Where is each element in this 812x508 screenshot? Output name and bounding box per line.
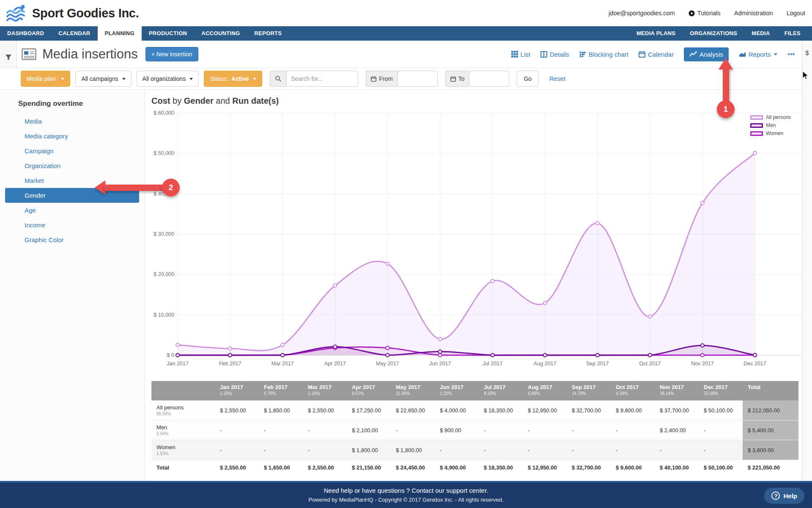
nav-accounting[interactable]: ACCOUNTING: [194, 26, 247, 41]
new-insertion-button[interactable]: + New insertion: [145, 47, 198, 61]
svg-text:Oct 2017: Oct 2017: [639, 361, 661, 367]
svg-text:$ 50,000: $ 50,000: [154, 150, 174, 156]
sidebar-item-media-category[interactable]: Media category: [0, 129, 145, 144]
reset-link[interactable]: Reset: [549, 75, 565, 82]
from-date-group: From: [366, 71, 438, 87]
support-center-link[interactable]: Contact our support center.: [411, 487, 488, 494]
top-links: jdoe@sportgoodies.com Tutorials Administ…: [609, 0, 805, 26]
dollar-icon: $: [805, 49, 809, 56]
svg-text:$ 10,000: $ 10,000: [154, 312, 174, 318]
nav-organizations[interactable]: ORGANIZATIONS: [683, 26, 744, 41]
administration-link[interactable]: Administration: [734, 10, 773, 17]
chevron-down-icon: [189, 78, 193, 80]
sidebar-item-organization[interactable]: Organization: [0, 158, 145, 173]
nav-dashboard[interactable]: DASHBOARD: [0, 26, 51, 41]
svg-text:Aug 2017: Aug 2017: [534, 361, 557, 367]
calendar-icon: [371, 76, 376, 82]
table-total-row: Total$ 2,550.00$ 1,650.00$ 2,550.00$ 21,…: [151, 460, 798, 475]
view-list[interactable]: List: [511, 51, 530, 58]
brand[interactable]: Sport Goodies Inc.: [6, 4, 139, 22]
nav-production[interactable]: PRODUCTION: [142, 26, 194, 41]
svg-text:$ 60,000: $ 60,000: [154, 110, 174, 116]
sidebar-item-market[interactable]: Market: [0, 173, 145, 188]
svg-text:Nov 2017: Nov 2017: [691, 361, 714, 367]
organizations-dropdown[interactable]: All organizations: [137, 71, 199, 87]
chevron-down-icon: [253, 78, 256, 80]
svg-text:Dec 2017: Dec 2017: [743, 361, 766, 367]
to-date-input[interactable]: [469, 71, 509, 87]
nav-right: MEDIA PLANS ORGANIZATIONS MEDIA FILES: [629, 26, 808, 41]
chart-legend: All persons Men Women: [750, 114, 799, 138]
sidebar-item-gender[interactable]: Gender: [5, 188, 139, 203]
nav-planning[interactable]: PLANNING: [98, 26, 142, 41]
cost-chart-container: Jan 2017Feb 2017Mar 2017Apr 2017May 2017…: [151, 108, 802, 374]
tutorials-link[interactable]: Tutorials: [689, 10, 721, 17]
search-icon: [275, 75, 282, 82]
nav-calendar[interactable]: CALENDAR: [51, 26, 97, 41]
sidebar-item-media[interactable]: Media: [0, 114, 145, 129]
main-nav: DASHBOARD CALENDAR PLANNING PRODUCTION A…: [0, 26, 812, 41]
table-header-row: Jan 20171.15%Feb 20170.75%Mar 20171.15%A…: [151, 381, 798, 400]
nav-files[interactable]: FILES: [777, 26, 808, 41]
to-label: To: [458, 75, 465, 82]
chart-title: Cost by Gender and Run date(s): [151, 96, 812, 106]
page-header: Media insertions + New insertion List De…: [0, 41, 812, 68]
logout-link[interactable]: Logout: [787, 10, 805, 17]
sidebar: Spending overtime Media Media category C…: [0, 90, 145, 481]
svg-text:Mar 2017: Mar 2017: [272, 361, 294, 367]
table-col-header: May 201711.06%: [391, 381, 435, 400]
blocking-chart-icon: [579, 51, 586, 58]
table-row: All persons95.93%$ 2,550.00$ 1,650.00$ 2…: [151, 400, 798, 420]
svg-text:$ 30,000: $ 30,000: [154, 231, 174, 237]
more-options-button[interactable]: •••: [787, 51, 795, 58]
nav-media-plans[interactable]: MEDIA PLANS: [629, 26, 683, 41]
sidebar-item-campaign[interactable]: Campaign: [0, 144, 145, 158]
table-col-header: Dec 201722.66%: [699, 381, 743, 400]
legend-item-women: Women: [750, 130, 799, 136]
svg-text:Apr 2017: Apr 2017: [324, 361, 346, 367]
search-group: [270, 71, 358, 87]
svg-text:Jun 2017: Jun 2017: [429, 361, 451, 367]
main-panel: Cost by Gender and Run date(s) Jan 2017F…: [145, 90, 812, 481]
svg-text:$ 0: $ 0: [167, 352, 174, 358]
go-button[interactable]: Go: [517, 71, 538, 87]
campaigns-dropdown[interactable]: All campaigns: [75, 71, 131, 87]
svg-text:$ 20,000: $ 20,000: [154, 271, 174, 277]
help-button[interactable]: ? Help: [764, 488, 804, 504]
details-icon: [540, 51, 547, 58]
from-date-input[interactable]: [398, 71, 438, 87]
user-email: jdoe@sportgoodies.com: [609, 10, 675, 17]
status-dropdown[interactable]: Status:Active: [204, 71, 262, 87]
view-blocking-chart[interactable]: Blocking chart: [579, 51, 628, 58]
reports-icon: [739, 51, 746, 57]
to-date-group: To: [445, 71, 510, 87]
cost-chart: Jan 2017Feb 2017Mar 2017Apr 2017May 2017…: [151, 108, 802, 371]
sidebar-item-age[interactable]: Age: [0, 203, 145, 218]
sidebar-item-income[interactable]: Income: [0, 218, 145, 232]
sidebar-item-graphic-color[interactable]: Graphic Color: [0, 232, 145, 247]
play-icon: [689, 10, 695, 17]
analysis-icon: [689, 51, 697, 57]
filter-strip[interactable]: [0, 41, 17, 68]
svg-text:Jan 2017: Jan 2017: [167, 361, 188, 367]
footer-help-line: Need help or have questions ? Contact ou…: [0, 487, 812, 494]
nav-reports[interactable]: REPORTS: [247, 26, 289, 41]
chevron-down-icon: [61, 78, 64, 80]
company-logo-icon: [6, 4, 28, 22]
nav-media[interactable]: MEDIA: [744, 26, 777, 41]
footer-copyright: Powered by MediaPlanHQ - Copyright © 201…: [0, 497, 812, 503]
svg-text:$ 40,000: $ 40,000: [154, 191, 174, 197]
funnel-icon: [5, 54, 12, 60]
table-row: Women1.63%---$ 1,800.00$ 1,800.00-------…: [151, 440, 798, 460]
media-plan-dropdown[interactable]: Media plan:: [21, 71, 70, 87]
financials-side-tab[interactable]: $: [802, 41, 812, 481]
table-total-header: Total: [743, 381, 798, 400]
question-mark-icon: ?: [771, 491, 780, 500]
search-input[interactable]: [286, 71, 358, 87]
view-reports[interactable]: Reports: [739, 51, 778, 58]
view-details[interactable]: Details: [540, 51, 569, 58]
table-col-header: Aug 20175.86%: [523, 381, 567, 400]
view-calendar[interactable]: Calendar: [639, 51, 674, 58]
view-analysis[interactable]: Analysis: [684, 47, 729, 61]
table-col-header: Jan 20171.15%: [215, 381, 259, 400]
